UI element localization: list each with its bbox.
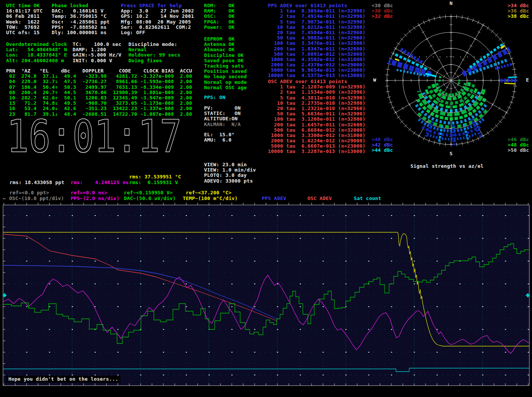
big-clock-display: 16:01:17 xyxy=(7,110,182,162)
mask-lines: EL: 15.0°AMU: 6.0 xyxy=(204,132,234,143)
receiver-info-lines: App: 3.0 27 Jun 2002GPS: 10.2 14 Nov 200… xyxy=(121,8,194,35)
big-clock: 16:01:17 xyxy=(7,110,182,162)
view-block: VIEW: 23.0 minVIEW: 1.0 min/divPLOTQ: 3.… xyxy=(204,162,256,184)
text-line: 10000 tau 3.2287e-013 (n=13000) xyxy=(268,149,366,154)
text-line: DAMP: 1.200 xyxy=(73,47,121,52)
ref-pps: ref=<0.0 ns> xyxy=(71,190,107,195)
text-line: 2000 tau 1.6224e-012 (n=29000) xyxy=(268,138,366,143)
text-line: Lon: 18.4337841° E xyxy=(6,52,67,58)
kalman-state: KALMAN: N/A xyxy=(204,122,241,127)
kalman-block: KALMAN: N/A xyxy=(204,122,241,127)
signal-blob xyxy=(504,83,516,84)
pps-state-block: PPS: ON xyxy=(204,95,225,100)
text-line: 200 tau 1.6457e-011 (n=32600) xyxy=(268,122,366,128)
text-line: Position saved xyxy=(204,69,247,74)
text-line: Discipline OK xyxy=(204,53,247,58)
sat-table: PRN °AZ °EL dBc DOPPLER CODE CLOCK BIAS … xyxy=(6,68,192,117)
text-line: VIEW: 23.0 min xyxy=(204,162,256,167)
text-line: EL: 15.0° xyxy=(204,132,234,137)
history-plot xyxy=(2,203,530,386)
text-line: 1 tau 8.3054e-011 (n=32998) xyxy=(268,8,366,14)
text-line: PPS↑ -7.888502 ns xyxy=(52,25,110,30)
compass-n: N xyxy=(450,1,453,6)
signal-blob xyxy=(453,125,454,146)
text-line: 1000 tau 3.3300e-012 (n=31000) xyxy=(268,133,366,138)
ref-dac: ref~<0.159950 V> xyxy=(124,190,173,195)
text-line: Temp: 36.750015 °C xyxy=(52,14,110,19)
text-line: 04 229.0 32.7↓ 47.5 -2736.27 8961.66 -1.… xyxy=(6,79,192,84)
text-line: 100 tau 3.1208e-011 (n=32800) xyxy=(268,117,366,122)
utc-status-lines: 16:01:17 UTC06 Feb 2011Week: 1622TOW: 57… xyxy=(6,8,43,35)
text-line: 20 tau 1.2321e-010 (n=32960) xyxy=(268,106,366,111)
text-line: 200 tau 1.8347e-011 (n=32600) xyxy=(268,46,366,52)
text-line: 08 200.4 20.7↑ 44.5 3678.06 12900.39 1.8… xyxy=(6,90,192,95)
selftest-block: ROM: OKRAM: OKOSC: OKFPGA: OKPower: OK xyxy=(204,3,234,30)
text-line: 16 53.4 24.0↓ 42.6 -351.23 13422.23 -1.3… xyxy=(6,106,192,111)
pps-adev-table: PPS ADEV over 61413 points 1 tau 8.3054e… xyxy=(268,3,366,79)
scale-osc: ← OSC~(10.0 ppt/div) xyxy=(3,196,64,201)
text-line: GPS: 10.2 14 Nov 2001 xyxy=(121,14,194,19)
text-line: 2 tau 7.4914e-011 (n=32996) xyxy=(268,14,366,19)
text-line: 50 tau 4.9883e-011 (n=32900) xyxy=(268,35,366,41)
text-line: 10 tau 2.2735e-010 (n=32980) xyxy=(268,101,366,106)
status-message: Hope you didn't bet on the losers... xyxy=(6,376,120,383)
label-sat-count: Sat count xyxy=(354,196,381,201)
text-line: TC: 100.0 sec xyxy=(73,42,121,47)
text-line: 20 tau 7.4584e-011 (n=32960) xyxy=(268,30,366,35)
text-line: Holdover: 99 secs xyxy=(128,52,180,58)
utc-status-title: UTC time OK xyxy=(6,3,43,8)
text-line: DAC: 0.160141 V xyxy=(52,8,110,14)
text-line: 10 tau 8.0212e-011 (n=32980) xyxy=(268,25,366,30)
text-line: Doing fixes xyxy=(128,58,180,63)
text-line: OSC: OK xyxy=(204,14,234,19)
text-line: STATIC: ON xyxy=(204,111,241,116)
pps-adev-title: PPS ADEV over 61413 points xyxy=(268,3,366,8)
pps-state: PPS: ON xyxy=(204,95,225,100)
text-line: 50 tau 5.6034e-011 (n=32900) xyxy=(268,111,366,117)
text-line: Ser: 0.82362611 COM:2 xyxy=(121,25,194,30)
gps-status-lines: EEPROM OKAntenna OKAlmanac OKDiscipline … xyxy=(204,36,247,90)
legend-gt44: >44 dBc xyxy=(372,148,393,153)
utc-status-block: UTC time OK 16:01:17 UTC06 Feb 2011Week:… xyxy=(6,3,43,35)
text-line: 2 tau 1.1534e-009 (n=32996) xyxy=(268,90,366,95)
text-line: Osc↑ -4.285061 ppt xyxy=(52,19,110,25)
overdetermined-block: Overdetermined clock Lat: 54.4964948° NL… xyxy=(6,42,67,63)
text-line: ROM: OK xyxy=(204,3,234,8)
text-line: PLOTQ: 3.0 day xyxy=(204,173,256,178)
text-line: Dly: 100.000001 ns xyxy=(52,30,110,35)
discipline-mode-block: Discipline mode: NormalHoldover: 99 secs… xyxy=(128,42,180,63)
text-line: Log: OFF xyxy=(121,30,194,35)
text-line: 500 tau 7.6091e-012 (n=32000) xyxy=(268,52,366,57)
gps-status-block: EEPROM OKAntenna OKAlmanac OKDiscipline … xyxy=(204,36,247,90)
signal-blob xyxy=(508,77,517,77)
position-lines: Lat: 54.4964948° NLon: 18.4337841° EAlt:… xyxy=(6,47,67,63)
fix-mode-lines: PV: ONSTATIC: ONALTITUDE:ON xyxy=(204,106,241,122)
text-line: Mfg: 08:00 20 May 2005 xyxy=(121,19,194,25)
legend-gt38: >38 dBc xyxy=(508,14,529,19)
scale-temp: TEMP~(100 m°C/div) xyxy=(183,196,238,201)
discipline-mode-label: Discipline mode: xyxy=(128,42,180,47)
text-line: 1000 tau 4.3502e-012 (n=31000) xyxy=(268,57,366,62)
text-line: No leap second xyxy=(204,74,247,79)
text-line: 1 tau 2.1287e-009 (n=32998) xyxy=(268,84,366,90)
osc-adev-rows: 1 tau 2.1287e-009 (n=32998) 2 tau 1.1534… xyxy=(268,84,366,154)
text-line: 100 tau 3.3476e-011 (n=32800) xyxy=(268,41,366,46)
text-line: Antenna OK xyxy=(204,42,247,47)
text-line: Normal xyxy=(128,47,180,52)
pps-adev-rows: 1 tau 8.3054e-011 (n=32998) 2 tau 7.4914… xyxy=(268,8,366,78)
text-line: Week: 1622 xyxy=(6,19,43,25)
text-line: TOW: 57692 xyxy=(6,25,43,30)
text-line: Normal op mode xyxy=(204,80,247,85)
help-hint: Press SPACE for help xyxy=(121,3,194,8)
loop-params-lines: TC: 100.0 secDAMP: 1.200GAIN:-5.000 Hz/V… xyxy=(73,42,121,63)
text-line: 23 81.7 39.1↓ 48.4 -2608.51 14722.70 -1.… xyxy=(6,112,192,117)
text-line: Saved posn OK xyxy=(204,58,247,63)
rms-osc: rms: 18.433058 ppt xyxy=(10,180,64,185)
help-block: Press SPACE for help App: 3.0 27 Jun 200… xyxy=(121,3,194,35)
text-line: 16:01:17 UTC xyxy=(6,8,43,14)
compass-w: W xyxy=(373,77,376,83)
rms-pps: rms: 4.240125 ns xyxy=(71,180,129,185)
selftest-lines: ROM: OKRAM: OKOSC: OKFPGA: OKPower: OK xyxy=(204,3,234,30)
label-pps-adev: PPS ADEV xyxy=(262,196,286,201)
text-line: FPGA: OK xyxy=(204,19,234,25)
